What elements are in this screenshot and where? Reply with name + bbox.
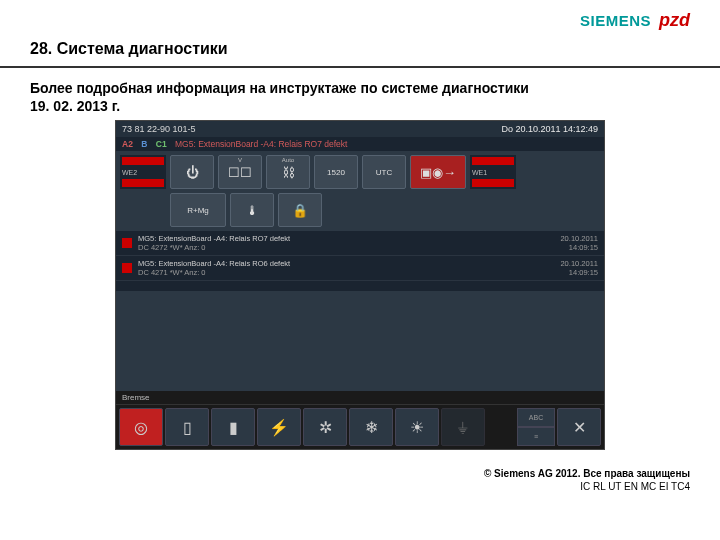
door-icon: ▯: [183, 418, 192, 437]
we1-indicator: WE1: [470, 155, 516, 189]
log-sub: DC 4272 *W* Anz: 0: [138, 243, 498, 252]
brake-rmg-button[interactable]: R+Mg: [170, 193, 226, 227]
pantograph-icon: ☐☐: [228, 166, 252, 179]
hmi-toolbar: WE2 ⏻ V☐☐ Auto⛓ 1520 UTC ▣◉→ WE1 R+Mg 🌡 …: [116, 151, 604, 231]
power-icon: ⏻: [186, 166, 199, 179]
power-button[interactable]: ⏻: [170, 155, 214, 189]
thermometer-icon: 🌡: [246, 204, 259, 217]
lock-button[interactable]: 🔒: [278, 193, 322, 227]
rzd-logo: pzd: [659, 10, 690, 31]
logo-group: SIEMENS pzd: [580, 10, 690, 31]
footer-brake-button[interactable]: ◎: [119, 408, 163, 446]
car-indicators: A2 B C1: [122, 139, 175, 149]
utc-button[interactable]: UTC: [362, 155, 406, 189]
severity-indicator: [122, 263, 132, 273]
alarm-icon: ▣◉→: [420, 166, 456, 179]
car-a2: A2: [122, 139, 133, 149]
footer-plug-button[interactable]: ⏚: [441, 408, 485, 446]
slide-header: 28. Система диагностики SIEMENS pzd: [0, 0, 720, 68]
we2-indicator: WE2: [120, 155, 166, 189]
snowflake-icon: ❄: [365, 418, 378, 437]
link-icon: ⛓: [282, 166, 295, 179]
subtitle-line-1: Более подробная информация на инструктаж…: [30, 80, 690, 96]
car-c1: C1: [156, 139, 167, 149]
bulb-icon: ☀: [410, 418, 424, 437]
severity-indicator: [122, 238, 132, 248]
plug-icon: ⏚: [458, 418, 468, 436]
diagnostic-hmi-panel: 73 81 22-90 101-5 Do 20.10.2011 14:12:49…: [115, 120, 605, 450]
log-empty-area: [116, 291, 604, 391]
slide-body: Более подробная информация на инструктаж…: [0, 68, 720, 462]
gauge-button[interactable]: 1520: [314, 155, 358, 189]
footer-bolt-button[interactable]: ⚡: [257, 408, 301, 446]
bolt-icon: ⚡: [269, 418, 289, 437]
footer-bulb-button[interactable]: ☀: [395, 408, 439, 446]
log-time: 14:09:15: [498, 243, 598, 252]
battery-icon: ▮: [229, 418, 238, 437]
log-time: 14:09:15: [498, 268, 598, 277]
abc-button[interactable]: ABC: [517, 408, 555, 427]
pantograph-button[interactable]: V☐☐: [218, 155, 262, 189]
train-id: 73 81 22-90 101-5: [122, 124, 196, 134]
close-icon: ✕: [573, 418, 586, 437]
header-datetime: Do 20.10.2011 14:12:49: [501, 124, 598, 134]
alarm-button[interactable]: ▣◉→: [410, 155, 466, 189]
log-date: 20.10.2011: [498, 259, 598, 268]
we1-label: WE1: [472, 169, 514, 176]
footer-snow-button[interactable]: ❄: [349, 408, 393, 446]
log-text: MG5: ExtensionBoard -A4: Relais RO6 defe…: [138, 259, 498, 268]
active-fault-text: MG5: ExtensionBoard -A4: Relais RO7 defe…: [175, 139, 347, 149]
log-date: 20.10.2011: [498, 234, 598, 243]
hmi-footer: Bremse ◎ ▯ ▮ ⚡ ✲ ❄ ☀ ⏚ ABC ≡ ✕: [116, 391, 604, 449]
fan-icon: ✲: [319, 418, 332, 437]
hmi-header: 73 81 22-90 101-5 Do 20.10.2011 14:12:49: [116, 121, 604, 137]
log-row[interactable]: MG5: ExtensionBoard -A4: Relais RO6 defe…: [116, 256, 604, 281]
copyright-text: © Siemens AG 2012. Все права защищены: [0, 468, 690, 479]
log-sub: DC 4271 *W* Anz: 0: [138, 268, 498, 277]
footer-fan-button[interactable]: ✲: [303, 408, 347, 446]
slide-title: 28. Система диагностики: [30, 40, 228, 58]
disc-brake-icon: ◎: [134, 418, 148, 437]
footer-door-button[interactable]: ▯: [165, 408, 209, 446]
log-row[interactable]: MG5: ExtensionBoard -A4: Relais RO7 defe…: [116, 231, 604, 256]
car-b: B: [141, 139, 147, 149]
footer-battery-button[interactable]: ▮: [211, 408, 255, 446]
coupling-button[interactable]: Auto⛓: [266, 155, 310, 189]
department-text: IC RL UT EN MC EI TC4: [0, 481, 690, 492]
temperature-button[interactable]: 🌡: [230, 193, 274, 227]
we2-label: WE2: [122, 169, 164, 176]
menu-button[interactable]: ≡: [517, 427, 555, 446]
lock-icon: 🔒: [292, 204, 308, 217]
siemens-logo: SIEMENS: [580, 12, 651, 29]
close-button[interactable]: ✕: [557, 408, 601, 446]
fault-log: MG5: ExtensionBoard -A4: Relais RO7 defe…: [116, 231, 604, 291]
hmi-subheader: A2 B C1 MG5: ExtensionBoard -A4: Relais …: [116, 137, 604, 151]
subtitle-line-2: 19. 02. 2013 г.: [30, 98, 690, 114]
log-text: MG5: ExtensionBoard -A4: Relais RO7 defe…: [138, 234, 498, 243]
footer-label: Bremse: [116, 391, 604, 405]
